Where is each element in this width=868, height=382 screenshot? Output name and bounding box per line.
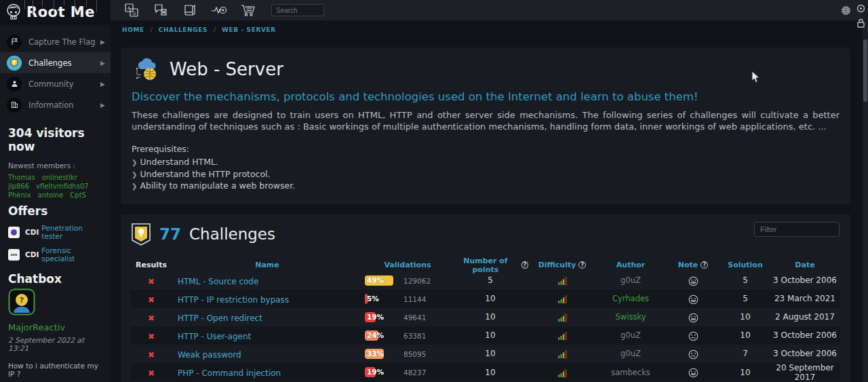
not-validated-icon: ✖ [148, 368, 155, 378]
points-value: 10 [452, 330, 528, 340]
col-note[interactable]: Note? [665, 261, 721, 269]
avatar[interactable]: ? [8, 288, 35, 316]
sidebar-item-challenges[interactable]: Challenges ▶ [0, 52, 111, 73]
member-link[interactable]: Thomas [8, 174, 35, 181]
points-value: 10 [452, 312, 528, 322]
author-link[interactable]: g0uZ [596, 349, 665, 358]
page-subtitle: Discover the mechanisms, protocols and t… [132, 90, 840, 103]
chevron-right-icon: ▶ [100, 60, 105, 66]
solution-count: 5 [721, 275, 770, 285]
prerequisites-label: Prerequisites: [132, 144, 840, 154]
sidebar-item-capture-the-flag[interactable]: Capture The Flag ▶ [0, 31, 111, 52]
breadcrumb: HOME / CHALLENGES / WEB - SERVER [111, 20, 863, 39]
offer-penetration-tester[interactable]: CDI Penetration tester [8, 224, 102, 240]
validation-count: 48237 [403, 368, 426, 377]
breadcrumb-challenges[interactable]: CHALLENGES [159, 26, 208, 33]
member-link[interactable]: vfleltvmfldhs07 [36, 183, 89, 190]
solution-count: 7 [721, 349, 770, 358]
globe-icon[interactable] [841, 5, 851, 18]
col-author[interactable]: Author [596, 261, 665, 269]
validation-percent: 33% [367, 349, 384, 358]
validation-count: 11144 [403, 295, 426, 303]
table-row: ✖HTTP - User-agent24%6338110g0uZ103 Octo… [131, 326, 840, 345]
col-name[interactable]: Name [172, 261, 363, 269]
validations-cell: 19%49641 [363, 308, 452, 326]
lock-icon[interactable] [856, 18, 865, 28]
member-link[interactable]: CptS [70, 191, 86, 199]
filter-input[interactable] [754, 222, 840, 237]
docs-faq-icon[interactable]: AQ [123, 2, 140, 18]
not-validated-icon: ✖ [148, 295, 155, 305]
author-link[interactable]: g0uZ [596, 275, 665, 285]
chat-message: How to i authenticate my IP ? [8, 362, 102, 378]
chat-username-link[interactable]: MajorReactiv [8, 322, 65, 332]
offer-role-link[interactable]: Penetration tester [41, 224, 102, 240]
svg-text:?: ? [20, 296, 24, 305]
page-scrollbar[interactable] [863, 0, 868, 382]
information-building-icon [7, 98, 22, 113]
challenge-date: 23 March 2021 [770, 294, 840, 303]
offer-role-link[interactable]: Forensic specialist [41, 246, 102, 263]
edge-controls [854, 2, 867, 31]
validation-percent: 49% [367, 276, 384, 284]
sidebar-item-information[interactable]: Information ▶ [0, 94, 111, 115]
points-value: 10 [452, 294, 528, 303]
library-icon[interactable] [182, 2, 198, 18]
challenge-date: 3 October 2006 [770, 275, 840, 285]
author-link[interactable]: g0uZ [596, 330, 665, 340]
table-row: ✖HTML - Source code49%1290625g0uZ53 Octo… [131, 271, 840, 290]
sidebar-item-community[interactable]: Community ▶ [0, 73, 111, 94]
not-validated-icon: ✖ [148, 332, 155, 341]
challenge-date: 3 October 2006 [770, 349, 840, 358]
community-person-icon [7, 77, 22, 92]
offer-forensic-specialist[interactable]: ADN CDI Forensic specialist [8, 246, 102, 263]
validation-percent: 24% [367, 331, 384, 339]
challenge-link[interactable]: HTTP - Open redirect [178, 313, 262, 323]
author-link[interactable]: sambecks [596, 368, 665, 377]
validations-cell: 24%63381 [363, 326, 452, 345]
validation-count: 49641 [403, 313, 426, 322]
help-icon[interactable]: ? [701, 261, 708, 269]
offers-title: Offers [8, 204, 102, 218]
challenge-link[interactable]: Weak password [178, 350, 241, 360]
member-link[interactable]: jlp866 [8, 183, 29, 190]
newest-members-label: Newest members : [8, 161, 102, 170]
validations-cell: 5%11144 [363, 290, 452, 308]
activity-target-icon[interactable] [211, 2, 227, 18]
points-value: 10 [452, 349, 528, 358]
col-validations[interactable]: Validations [363, 261, 452, 269]
challenge-link[interactable]: PHP - Command injection [178, 368, 281, 378]
challenge-link[interactable]: HTTP - User-agent [178, 332, 251, 341]
author-link[interactable]: Cyrhades [596, 294, 665, 303]
challenge-link[interactable]: HTML - Source code [178, 277, 258, 286]
col-results[interactable]: Results [131, 261, 172, 269]
col-date[interactable]: Date [770, 261, 840, 269]
solution-count: 10 [721, 368, 770, 377]
help-icon[interactable]: ? [521, 261, 528, 269]
col-points[interactable]: Number of points? [452, 256, 528, 274]
breadcrumb-home[interactable]: HOME [122, 26, 144, 33]
help-icon[interactable]: ? [578, 261, 586, 269]
search-input[interactable] [271, 4, 324, 16]
col-solution[interactable]: Solution [721, 261, 770, 269]
scrollbar-thumb[interactable] [863, 39, 867, 102]
challenges-count: 77 [159, 225, 181, 243]
validation-count: 129062 [403, 277, 431, 285]
solution-count: 10 [721, 312, 770, 322]
member-link[interactable]: Phénix [8, 191, 31, 199]
member-link[interactable]: onlinestlkr [42, 174, 77, 181]
skull-logo-icon [5, 3, 22, 21]
reader-target-icon[interactable] [856, 4, 865, 13]
validation-percent: 19% [367, 313, 384, 321]
member-link[interactable]: antoine [38, 191, 64, 199]
logo[interactable]: Root Me [0, 0, 111, 24]
author-link[interactable]: Swissky [596, 312, 665, 322]
challenge-link[interactable]: HTTP - IP restriction bypass [178, 295, 289, 305]
web-server-cloud-globe-icon [132, 57, 161, 81]
difficulty-bars-icon [528, 329, 596, 342]
col-difficulty[interactable]: Difficulty? [528, 261, 596, 269]
forum-network-icon[interactable] [153, 2, 169, 18]
validations-cell: 19%48237 [363, 363, 452, 381]
shop-cart-icon[interactable] [240, 2, 256, 18]
note-emoji-icon [665, 292, 721, 305]
